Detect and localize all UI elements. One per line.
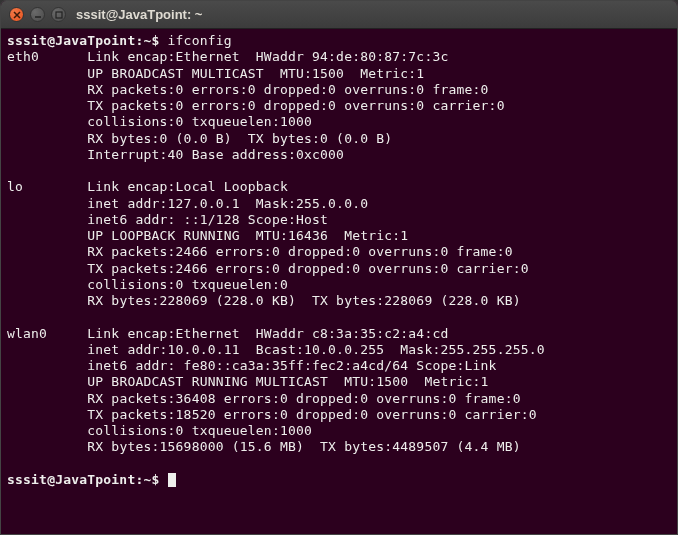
wlan0-l8: RX bytes:15698000 (15.6 MB) TX bytes:448… <box>87 439 520 454</box>
wlan0-l3: inet6 addr: fe80::ca3a:35ff:fec2:a4cd/64… <box>87 358 496 373</box>
eth0-l2: UP BROADCAST MULTICAST MTU:1500 Metric:1 <box>87 66 424 81</box>
lo-l1: Link encap:Local Loopback <box>87 179 288 194</box>
terminal-window: sssit@JavaTpoint: ~ sssit@JavaTpoint:~$ … <box>0 0 678 535</box>
lo-l6: TX packets:2466 errors:0 dropped:0 overr… <box>87 261 528 276</box>
lo-l2: inet addr:127.0.0.1 Mask:255.0.0.0 <box>87 196 368 211</box>
eth0-l5: collisions:0 txqueuelen:1000 <box>87 114 312 129</box>
lo-l5: RX packets:2466 errors:0 dropped:0 overr… <box>87 244 512 259</box>
eth0-l3: RX packets:0 errors:0 dropped:0 overruns… <box>87 82 488 97</box>
svg-rect-0 <box>56 12 62 18</box>
wlan0-l1: Link encap:Ethernet HWaddr c8:3a:35:c2:a… <box>87 326 448 341</box>
titlebar[interactable]: sssit@JavaTpoint: ~ <box>1 1 677 29</box>
close-icon[interactable] <box>9 7 24 22</box>
prompt-2: sssit@JavaTpoint:~$ <box>7 472 168 487</box>
wlan0-l7: collisions:0 txqueuelen:1000 <box>87 423 312 438</box>
lo-l7: collisions:0 txqueuelen:0 <box>87 277 288 292</box>
wlan0-l4: UP BROADCAST RUNNING MULTICAST MTU:1500 … <box>87 374 488 389</box>
window-title: sssit@JavaTpoint: ~ <box>76 7 202 22</box>
eth0-l4: TX packets:0 errors:0 dropped:0 overruns… <box>87 98 504 113</box>
terminal-content[interactable]: sssit@JavaTpoint:~$ ifconfig eth0 Link e… <box>1 29 677 492</box>
iface-name-wlan0: wlan0 <box>7 326 47 341</box>
eth0-l1: Link encap:Ethernet HWaddr 94:de:80:87:7… <box>87 49 448 64</box>
prompt: sssit@JavaTpoint:~$ <box>7 33 168 48</box>
wlan0-l6: TX packets:18520 errors:0 dropped:0 over… <box>87 407 537 422</box>
lo-l8: RX bytes:228069 (228.0 KB) TX bytes:2280… <box>87 293 520 308</box>
eth0-l7: Interrupt:40 Base address:0xc000 <box>87 147 344 162</box>
wlan0-l2: inet addr:10.0.0.11 Bcast:10.0.0.255 Mas… <box>87 342 545 357</box>
lo-l3: inet6 addr: ::1/128 Scope:Host <box>87 212 328 227</box>
wlan0-l5: RX packets:36408 errors:0 dropped:0 over… <box>87 391 520 406</box>
eth0-l6: RX bytes:0 (0.0 B) TX bytes:0 (0.0 B) <box>87 131 392 146</box>
window-controls <box>9 7 66 22</box>
maximize-icon[interactable] <box>51 7 66 22</box>
lo-l4: UP LOOPBACK RUNNING MTU:16436 Metric:1 <box>87 228 408 243</box>
command-text: ifconfig <box>168 33 232 48</box>
cursor-icon <box>168 473 176 487</box>
minimize-icon[interactable] <box>30 7 45 22</box>
iface-name-eth0: eth0 <box>7 49 39 64</box>
iface-name-lo: lo <box>7 179 23 194</box>
